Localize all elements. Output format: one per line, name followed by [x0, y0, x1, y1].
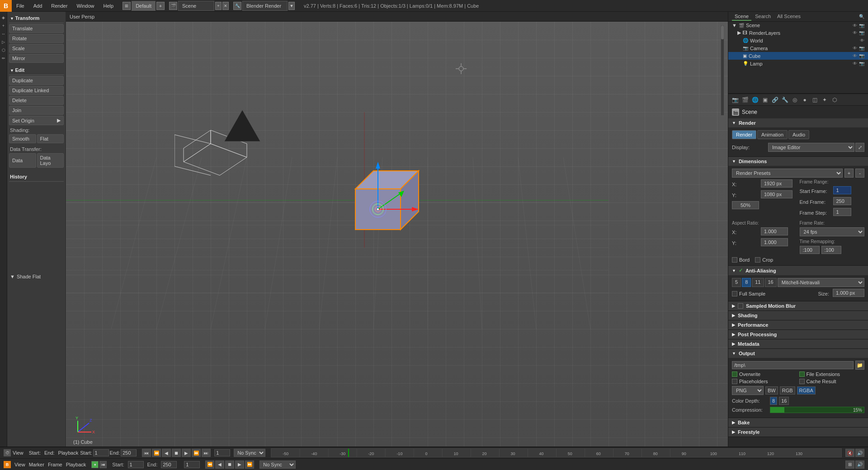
render-tab-animation[interactable]: Animation — [757, 130, 788, 139]
scale-button[interactable]: Scale — [9, 44, 64, 53]
end-frame-input[interactable] — [833, 197, 851, 205]
menu-render[interactable]: Render — [47, 1, 72, 10]
time-old-input[interactable] — [800, 246, 820, 254]
menu-add[interactable]: Add — [29, 1, 47, 10]
bake-header[interactable]: ▶ Bake — [728, 418, 868, 427]
current-frame-status-input[interactable] — [184, 461, 200, 468]
status-frame-btn[interactable]: Frame — [48, 462, 62, 467]
tool-icon-select[interactable]: ◈ — [0, 14, 7, 21]
depth-16-btn[interactable]: 16 — [779, 397, 789, 405]
step-forward-btn[interactable]: ⏩ — [192, 449, 201, 457]
renderlayers-render-icon[interactable]: 📷 — [859, 30, 864, 35]
tool-icon-relations[interactable]: ↔ — [0, 31, 7, 37]
outliner-item-cube[interactable]: ▶ ▣ Cube 👁 📷 — [728, 52, 868, 60]
output-path-input[interactable] — [732, 361, 854, 369]
sync-mode-select[interactable]: No Sync — [234, 449, 265, 457]
render-section-header[interactable]: ▼ Render — [728, 118, 868, 127]
post-processing-header[interactable]: ▶ Post Processing — [728, 330, 868, 339]
anti-aliasing-header[interactable]: ▼ ✓ Anti-Aliasing — [728, 266, 868, 275]
sync-mode-status-select[interactable]: No Sync — [259, 461, 296, 469]
scene-visibility-icon[interactable]: 👁 — [853, 23, 857, 28]
tool-icon-create[interactable]: + — [0, 23, 7, 29]
play-status-btn[interactable]: ▶ — [235, 461, 244, 469]
border-checkbox[interactable] — [732, 257, 737, 263]
skip-end-btn[interactable]: ⏭ — [202, 449, 211, 457]
renderlayers-expand-icon[interactable]: ▶ — [737, 30, 741, 36]
world-visibility-icon[interactable]: 👁 — [860, 38, 864, 43]
play-start-btn[interactable]: ⏮ — [99, 461, 107, 468]
lamp-render-icon[interactable]: 📷 — [859, 61, 864, 66]
aspect-x-input[interactable] — [761, 227, 788, 235]
play-back-btn[interactable]: ◀ — [162, 449, 171, 457]
tool-icon-greasepencil[interactable]: ✏ — [0, 55, 7, 61]
performance-section-header[interactable]: ▶ Performance — [728, 320, 868, 329]
current-frame-input[interactable] — [214, 449, 230, 456]
prop-render-icon[interactable]: 📷 — [730, 95, 740, 105]
res-x-input[interactable] — [761, 179, 793, 188]
aa-sample-11[interactable]: 11 — [752, 278, 764, 287]
delete-button[interactable]: Delete — [9, 96, 64, 105]
tool-icon-physics[interactable]: ⬡ — [0, 47, 7, 53]
outliner-tab-search[interactable]: Search — [752, 13, 774, 21]
cube-visibility-icon[interactable]: 👁 — [853, 53, 857, 58]
end-frame-tl-input[interactable] — [121, 449, 137, 456]
frame-step-input[interactable] — [833, 208, 851, 216]
cache-result-label[interactable]: Cache Result — [799, 379, 865, 384]
record-btn[interactable]: ● — [91, 461, 99, 468]
file-extensions-label[interactable]: File Extensions — [799, 371, 865, 377]
crop-checkbox-label[interactable]: Crop — [755, 257, 773, 263]
timeline-frame-btn[interactable]: End: — [44, 450, 55, 456]
outliner-item-scene[interactable]: ▼ 🎬 Scene 👁 📷 — [728, 22, 868, 29]
join-button[interactable]: Join — [9, 106, 64, 115]
start-frame-status-input[interactable] — [128, 461, 144, 468]
stop-status-btn[interactable]: ⏹ — [225, 461, 234, 469]
full-sample-checkbox[interactable] — [732, 291, 737, 296]
render-tab-render[interactable]: Render — [732, 130, 756, 139]
prop-material-icon[interactable]: ● — [800, 95, 810, 105]
data-layout-button[interactable]: Data Layo — [37, 153, 64, 168]
res-percent-input[interactable] — [732, 201, 759, 209]
duplicate-linked-button[interactable]: Duplicate Linked — [9, 86, 64, 95]
sampled-motion-blur-header[interactable]: ▶ Sampled Motion Blur — [728, 301, 868, 310]
aa-filter-select[interactable]: Mitchell-Netravali — [778, 278, 864, 287]
aspect-y-input[interactable] — [761, 238, 788, 246]
rotate-button[interactable]: Rotate — [9, 34, 64, 43]
res-y-input[interactable] — [761, 190, 793, 198]
set-origin-button[interactable]: Set Origin ▶ — [9, 116, 64, 125]
outliner-item-lamp[interactable]: ▶ 💡 Lamp 👁 📷 — [728, 60, 868, 67]
render-tab-audio[interactable]: Audio — [788, 130, 809, 139]
camera-visibility-icon[interactable]: 👁 — [853, 46, 857, 51]
camera-render-icon[interactable]: 📷 — [859, 46, 864, 51]
workspace-tab-default[interactable]: Default — [132, 1, 156, 11]
outliner-item-renderlayers[interactable]: ▶ 🎞 RenderLayers 👁 📷 — [728, 29, 868, 37]
shading-section-header[interactable]: ▶ Shading — [728, 311, 868, 320]
render-engine-select[interactable]: Blender Render — [242, 1, 288, 11]
sync-audio-btn[interactable]: 🔊 — [855, 449, 864, 457]
timeline-editor-icon[interactable]: ⏱ — [4, 449, 11, 456]
translate-button[interactable]: Translate — [9, 24, 64, 33]
frame-skip-fwd-btn[interactable]: ⏩ — [245, 461, 254, 469]
motion-blur-checkbox[interactable] — [738, 303, 743, 309]
scene-render-icon[interactable]: 📷 — [859, 23, 864, 28]
render-preset-remove-btn[interactable]: - — [855, 169, 864, 178]
menu-window[interactable]: Window — [72, 1, 99, 10]
depth-8-btn[interactable]: 8 — [770, 397, 777, 405]
display-fullscreen-icon[interactable]: ⤢ — [855, 143, 864, 152]
skip-start-btn[interactable]: ⏮ — [142, 449, 151, 457]
step-back-btn[interactable]: ⏪ — [152, 449, 161, 457]
aa-size-input[interactable] — [833, 289, 864, 297]
file-extensions-checkbox[interactable] — [799, 371, 805, 377]
viewport-scrollbar[interactable] — [721, 25, 724, 116]
tool-icon-animation[interactable]: ▷ — [0, 39, 7, 45]
output-header[interactable]: ▼ Output — [728, 349, 868, 358]
aa-sample-8[interactable]: 8 — [742, 278, 751, 287]
render-presets-select[interactable]: Render Presets — [732, 169, 843, 178]
add-workspace-icon[interactable]: + — [156, 2, 165, 10]
prop-texture-icon[interactable]: ◫ — [810, 95, 820, 105]
outliner-item-world[interactable]: ▶ 🌐 World 👁 — [728, 37, 868, 44]
output-browse-btn[interactable]: 📁 — [855, 361, 864, 370]
outliner-item-camera[interactable]: ▶ 📷 Camera 👁 📷 — [728, 44, 868, 52]
dimensions-section-header[interactable]: ▼ Dimensions — [728, 157, 868, 166]
frame-skip-back-btn[interactable]: ⏪ — [205, 461, 214, 469]
overwrite-label[interactable]: Overwrite — [732, 371, 797, 377]
